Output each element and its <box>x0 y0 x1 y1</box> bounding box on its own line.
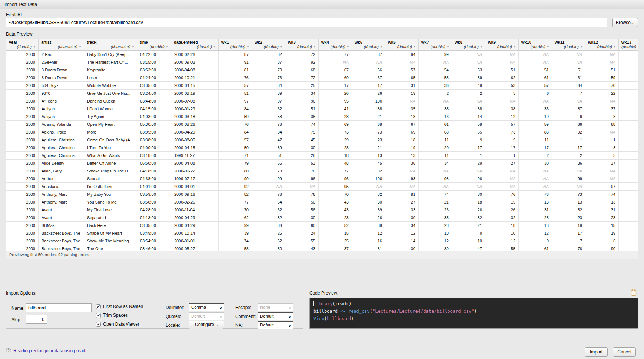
table-cell: 17 <box>452 144 485 151</box>
table-cell: 58 <box>452 121 485 128</box>
table-cell: 3 <box>585 152 619 159</box>
table-cell: 12 <box>519 229 552 237</box>
table-cell: I Don't Wanna <box>84 105 137 113</box>
table-cell: 31 <box>352 245 385 251</box>
help-link[interactable]: ? Reading rectangular data using readr <box>6 348 87 353</box>
column-dropdown-icon[interactable]: ▾ <box>280 45 282 48</box>
table-cell: 2 <box>519 152 552 159</box>
table-cell: 26 <box>319 90 352 97</box>
table-cell: 68 <box>352 121 385 128</box>
table-cell: 37 <box>552 105 585 113</box>
table-cell: 93 <box>385 175 419 182</box>
table-cell: NA <box>552 51 585 58</box>
table-cell: 12 <box>485 237 519 245</box>
table-cell: 21 <box>419 198 452 206</box>
file-url-input[interactable] <box>6 18 607 27</box>
table-cell: 73 <box>319 128 352 136</box>
table-cell <box>619 245 638 251</box>
table-cell: Aguilera, Christina <box>39 136 84 144</box>
table-cell: 2000-10-21 <box>171 74 219 81</box>
clipboard-icon[interactable] <box>631 289 637 296</box>
browse-button[interactable]: Browse... <box>612 18 638 27</box>
table-cell: 51 <box>552 66 585 74</box>
table-cell: 2 <box>419 90 452 97</box>
column-dropdown-icon[interactable]: ▾ <box>79 45 81 48</box>
table-cell: 99 <box>219 222 252 229</box>
open-data-viewer-checkbox[interactable]: ✓ Open Data Viewer <box>96 322 139 327</box>
table-cell: Kryptonite <box>84 66 137 74</box>
trim-spaces-checkbox[interactable]: ✓ Trim Spaces <box>96 313 128 318</box>
column-dropdown-icon[interactable]: ▾ <box>347 45 349 48</box>
table-cell: 2000 <box>6 136 39 144</box>
table-cell: 65 <box>252 160 285 167</box>
table-cell: 98^0 <box>39 90 84 97</box>
table-cell: 16 <box>352 237 385 245</box>
table-cell <box>619 160 638 167</box>
column-dropdown-icon[interactable]: ▾ <box>381 45 382 48</box>
table-cell: NA <box>385 97 419 105</box>
name-input[interactable] <box>26 303 92 312</box>
table-cell <box>619 237 638 245</box>
table-cell: 95 <box>319 97 352 105</box>
table-cell: 53 <box>285 160 319 167</box>
table-cell: 51 <box>219 90 252 97</box>
table-cell: 84 <box>252 128 285 136</box>
table-cell: 2000 <box>6 222 39 229</box>
column-dropdown-icon[interactable]: ▾ <box>514 45 515 48</box>
first-row-as-names-checkbox[interactable]: ✓ First Row as Names <box>96 304 143 309</box>
table-cell: 35 <box>385 105 419 113</box>
locale-configure-button[interactable]: Configure... <box>189 321 224 329</box>
table-cell: 87 <box>352 51 385 58</box>
table-cell: 99 <box>252 175 285 182</box>
column-dropdown-icon[interactable]: ▾ <box>314 45 315 48</box>
table-cell: 48 <box>319 160 352 167</box>
import-button[interactable]: Import <box>585 347 608 357</box>
table-cell: NA <box>552 183 585 190</box>
table-cell: More <box>84 128 137 136</box>
column-dropdown-icon[interactable]: ▾ <box>132 45 134 48</box>
table-cell: 03:53:00 <box>137 66 171 74</box>
table-cell: 49 <box>452 82 485 89</box>
table-cell: 43 <box>319 198 352 206</box>
column-dropdown-icon[interactable]: ▾ <box>481 45 482 48</box>
table-cell: 36 <box>419 82 452 89</box>
table-cell: 03:15:00 <box>137 58 171 66</box>
table-cell: 9 <box>552 113 585 120</box>
escape-value: None <box>260 305 270 309</box>
cancel-button[interactable]: Cancel <box>613 347 636 357</box>
table-cell: 03:44:00 <box>137 97 171 105</box>
column-header-wk9: wk9(double)▾ <box>485 39 519 50</box>
delimiter-select[interactable]: Comma ∨ <box>189 303 224 311</box>
table-cell: 15 <box>585 222 619 229</box>
table-cell: 19 <box>552 222 585 229</box>
comment-select[interactable]: Default ∨ <box>258 312 293 320</box>
column-dropdown-icon[interactable]: ▾ <box>547 45 549 48</box>
table-cell <box>619 214 638 221</box>
table-row: 2000AnastaciaI'm Outta Love04:01:002000-… <box>6 183 638 191</box>
column-dropdown-icon[interactable]: ▾ <box>447 45 449 48</box>
table-cell: My First Love <box>84 206 137 214</box>
escape-label: Escape: <box>235 305 251 310</box>
table-cell: 27 <box>485 160 519 167</box>
table-cell: NA <box>485 97 519 105</box>
column-dropdown-icon[interactable]: ▾ <box>34 45 35 48</box>
table-cell: 26 <box>485 206 519 214</box>
table-cell: 57 <box>385 66 419 74</box>
column-dropdown-icon[interactable]: ▾ <box>247 45 249 48</box>
column-dropdown-icon[interactable]: ▾ <box>214 45 215 48</box>
table-cell: 20 <box>419 144 452 151</box>
skip-input[interactable] <box>26 315 47 324</box>
data-preview-table: year(double)▾artist(character)▾track(cha… <box>6 39 638 259</box>
table-cell: 2Ge+her <box>39 58 84 66</box>
column-dropdown-icon[interactable]: ▾ <box>414 45 415 48</box>
column-dropdown-icon[interactable]: ▾ <box>166 45 168 48</box>
chevron-down-icon: ∨ <box>288 322 291 329</box>
column-dropdown-icon[interactable]: ▾ <box>581 45 582 48</box>
table-cell: Wobble Wobble <box>84 82 137 89</box>
table-cell: Backstreet Boys, The <box>39 237 84 245</box>
table-cell: 26 <box>419 206 452 214</box>
table-cell: NA <box>585 58 619 66</box>
na-select[interactable]: Default ∨ <box>258 321 293 329</box>
table-cell: 8 <box>585 113 619 120</box>
column-dropdown-icon[interactable]: ▾ <box>614 45 615 48</box>
